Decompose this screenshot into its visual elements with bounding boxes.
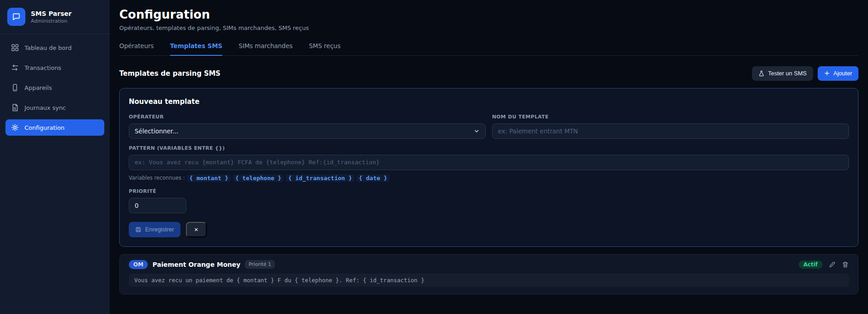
pattern-input[interactable]: [129, 155, 849, 170]
template-pattern: Vous avez recu un paiement de { montant …: [129, 274, 849, 287]
section-header: Templates de parsing SMS Tester un SMS A…: [119, 66, 858, 81]
pattern-field: PATTERN (VARIABLES ENTRE {}) Variables r…: [129, 145, 849, 182]
sidebar-nav: Tableau de bord Transactions Appareils J…: [0, 34, 110, 145]
operator-select[interactable]: Sélectionner...: [129, 123, 486, 139]
chevron-down-icon: [473, 128, 480, 134]
template-card-actions: Actif: [799, 260, 849, 269]
tab-bar: Opérateurs Templates SMS SIMs marchandes…: [119, 42, 858, 56]
page-subtitle: Opérateurs, templates de parsing, SIMs m…: [119, 25, 858, 31]
delete-trash-icon[interactable]: [842, 261, 849, 268]
sidebar-item-journaux-sync[interactable]: Journaux sync: [5, 99, 104, 116]
template-name-field: NOM DU TEMPLATE: [492, 114, 849, 139]
app-title-block: SMS Parser Administration: [31, 10, 72, 24]
priority-field: PRIORITÉ: [129, 188, 849, 213]
flask-icon: [758, 70, 765, 77]
template-name-label: NOM DU TEMPLATE: [492, 114, 849, 120]
save-button[interactable]: Enregistrer: [129, 222, 180, 237]
form-title: Nouveau template: [129, 98, 849, 106]
app-subtitle: Administration: [31, 18, 72, 24]
cancel-button[interactable]: ×: [186, 222, 207, 237]
dashboard-icon: [11, 44, 19, 52]
sidebar-item-label: Appareils: [24, 84, 52, 91]
operator-select-value: Sélectionner...: [135, 128, 178, 135]
chat-bubble-icon: [12, 12, 21, 21]
pattern-label: PATTERN (VARIABLES ENTRE {}): [129, 145, 849, 151]
priority-input[interactable]: [129, 198, 186, 213]
operator-label: OPÉRATEUR: [129, 114, 486, 120]
sidebar-item-configuration[interactable]: Configuration: [5, 119, 104, 136]
status-badge: Actif: [799, 260, 823, 269]
sidebar-item-label: Tableau de bord: [24, 44, 72, 51]
app-name: SMS Parser: [31, 10, 72, 18]
add-button-label: Ajouter: [834, 70, 852, 77]
form-actions: Enregistrer ×: [129, 222, 849, 237]
sidebar-item-label: Journaux sync: [24, 104, 66, 111]
tab-sms-recus[interactable]: SMS reçus: [309, 42, 341, 56]
test-sms-button[interactable]: Tester un SMS: [752, 66, 813, 81]
save-button-label: Enregistrer: [145, 226, 174, 233]
sidebar-item-tableau-de-bord[interactable]: Tableau de bord: [5, 39, 104, 56]
page-title: Configuration: [119, 8, 858, 22]
sidebar-item-label: Configuration: [24, 124, 64, 131]
template-name-input[interactable]: [492, 123, 849, 139]
variable-chip-date: { date }: [356, 174, 390, 182]
transactions-icon: [11, 64, 19, 72]
sync-log-icon: [11, 103, 19, 112]
sidebar-item-transactions[interactable]: Transactions: [5, 59, 104, 76]
add-button[interactable]: Ajouter: [818, 66, 858, 81]
variable-chip-id-transaction: { id_transaction }: [286, 174, 354, 182]
tab-operateurs[interactable]: Opérateurs: [119, 42, 154, 56]
priority-label: PRIORITÉ: [129, 188, 849, 194]
recognized-variables: Variables reconnues : { montant } { tele…: [129, 174, 849, 182]
sidebar-item-appareils[interactable]: Appareils: [5, 79, 104, 96]
variables-label: Variables reconnues :: [129, 175, 185, 181]
device-icon: [11, 83, 19, 92]
app-header: SMS Parser Administration: [0, 0, 110, 34]
close-icon: ×: [194, 226, 198, 233]
test-sms-button-label: Tester un SMS: [768, 70, 807, 77]
variable-chip-montant: { montant }: [187, 174, 231, 182]
variable-chip-telephone: { telephone }: [233, 174, 284, 182]
gear-icon: [11, 123, 19, 132]
sidebar: SMS Parser Administration Tableau de bor…: [0, 0, 110, 314]
section-title: Templates de parsing SMS: [119, 69, 220, 78]
template-name: Paiement Orange Money: [152, 261, 240, 268]
priority-badge: Priorité 1: [245, 260, 275, 269]
app-logo: [7, 8, 25, 26]
tab-templates-sms[interactable]: Templates SMS: [170, 42, 222, 56]
main-content: Configuration Opérateurs, templates de p…: [110, 0, 868, 314]
plus-icon: [824, 70, 830, 76]
template-card-header: OM Paiement Orange Money Priorité 1 Acti…: [129, 260, 849, 269]
save-floppy-icon: [135, 226, 141, 233]
tab-sims-marchandes[interactable]: SIMs marchandes: [239, 42, 293, 56]
operator-field: OPÉRATEUR Sélectionner...: [129, 114, 486, 139]
new-template-panel: Nouveau template OPÉRATEUR Sélectionner.…: [119, 88, 858, 247]
operator-badge: OM: [129, 260, 148, 269]
edit-pencil-icon[interactable]: [829, 261, 836, 268]
section-actions: Tester un SMS Ajouter: [752, 66, 858, 81]
template-card: OM Paiement Orange Money Priorité 1 Acti…: [119, 254, 858, 294]
sidebar-item-label: Transactions: [24, 64, 61, 71]
